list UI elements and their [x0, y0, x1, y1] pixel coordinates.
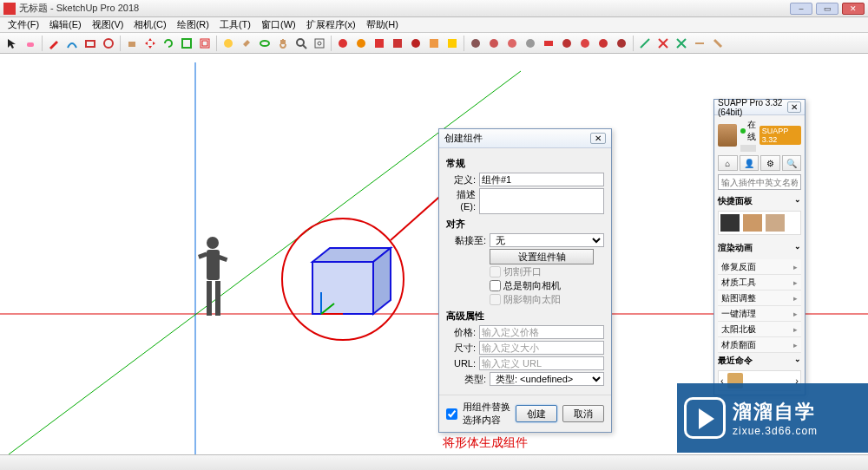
plugin-icon[interactable] [444, 35, 461, 52]
dialog-close-button[interactable]: ✕ [590, 133, 606, 144]
offset-tool-icon[interactable] [196, 35, 214, 52]
zoom-tool-icon[interactable] [293, 35, 310, 52]
pencil-tool-icon[interactable] [45, 35, 62, 52]
menu-extensions[interactable]: 扩展程序(x) [302, 18, 360, 31]
toolbar-separator [42, 36, 43, 51]
rotate-tool-icon[interactable] [160, 35, 177, 52]
plugin-icon[interactable] [334, 35, 352, 52]
chevron-icon: ▸ [793, 294, 798, 303]
suapp-search-input[interactable] [718, 174, 801, 190]
arc-tool-icon[interactable] [63, 35, 81, 52]
tab-gear-icon[interactable]: ⚙ [760, 155, 780, 171]
plugin-icon[interactable] [673, 35, 690, 52]
move-tool-icon[interactable] [141, 35, 159, 52]
zoom-extents-icon[interactable] [311, 35, 328, 52]
minimize-button[interactable]: – [790, 3, 812, 15]
recent-section-header[interactable]: 最近命令⌄ [718, 353, 801, 369]
plugin-icon[interactable] [709, 35, 727, 52]
plugin-icon[interactable] [485, 35, 503, 52]
plugin-icon[interactable] [503, 35, 521, 52]
plugin-icon[interactable] [613, 35, 630, 52]
plugin-icon[interactable] [407, 35, 424, 52]
plugin-icon[interactable] [425, 35, 443, 52]
svg-rect-15 [375, 39, 384, 48]
create-button[interactable]: 创建 [516, 405, 557, 422]
plugin-icon[interactable] [576, 35, 594, 52]
menu-view[interactable]: 视图(V) [88, 18, 128, 31]
list-item[interactable]: 太阳北极▸ [718, 322, 801, 337]
menu-window[interactable]: 窗口(W) [257, 18, 300, 31]
plugin-icon[interactable] [636, 35, 654, 52]
plugin-icon[interactable] [522, 35, 539, 52]
suapp-panel: SUAPP Pro 3.32 (64bit) ✕ 在线 SUAPP 3.32 ⌂… [713, 99, 806, 395]
menu-file[interactable]: 文件(F) [3, 18, 43, 31]
type-select[interactable]: 类型: <undefined> [490, 372, 604, 386]
eraser-tool-icon[interactable] [22, 35, 39, 52]
face-camera-checkbox[interactable] [490, 280, 501, 291]
cut-opening-label: 切割开口 [503, 265, 542, 278]
thumb-icon[interactable] [743, 214, 762, 232]
size-label: 尺寸: [446, 342, 476, 355]
dialog-title-text: 创建组件 [444, 132, 483, 145]
svg-rect-4 [182, 39, 191, 48]
plugin-icon[interactable] [352, 35, 370, 52]
plugin-icon[interactable] [540, 35, 557, 52]
chevron-icon: ▸ [793, 310, 798, 318]
main-toolbar [0, 33, 868, 54]
paint-tool-icon[interactable] [238, 35, 255, 52]
plugin-icon[interactable] [371, 35, 388, 52]
maximize-button[interactable]: ▭ [816, 3, 838, 15]
menu-camera[interactable]: 相机(C) [129, 18, 170, 31]
toolbar-separator [120, 36, 121, 51]
thumb-icon[interactable] [720, 214, 740, 232]
plugin-icon[interactable] [467, 35, 484, 52]
thumb-icon[interactable] [766, 214, 785, 232]
list-item[interactable]: 材质翻面▸ [718, 337, 801, 353]
cut-opening-checkbox [490, 266, 501, 277]
list-item[interactable]: 一键清理▸ [718, 306, 801, 322]
circle-tool-icon[interactable] [100, 35, 117, 52]
tab-user-icon[interactable]: 👤 [740, 155, 760, 171]
plugin-icon[interactable] [691, 35, 708, 52]
glue-select[interactable]: 无 [490, 233, 604, 247]
list-item[interactable]: 贴图调整▸ [718, 290, 801, 306]
menu-draw[interactable]: 绘图(R) [173, 18, 214, 31]
cancel-button[interactable]: 取消 [562, 405, 604, 422]
url-input[interactable] [479, 356, 604, 370]
tape-tool-icon[interactable] [220, 35, 237, 52]
render-section-header[interactable]: 渲染动画⌄ [718, 240, 801, 256]
list-item[interactable]: 材质工具▸ [718, 275, 801, 290]
plugin-icon[interactable] [389, 35, 406, 52]
tab-search-icon[interactable]: 🔍 [782, 155, 802, 171]
select-tool-icon[interactable] [3, 35, 21, 52]
replace-selection-checkbox[interactable] [446, 408, 457, 420]
set-axis-button[interactable]: 设置组件轴 [490, 249, 594, 264]
suapp-close-button[interactable]: ✕ [787, 101, 801, 113]
pushpull-tool-icon[interactable] [123, 35, 141, 52]
quick-panel-header[interactable]: 快捷面板⌄ [718, 193, 801, 209]
scale-tool-icon[interactable] [178, 35, 195, 52]
orbit-tool-icon[interactable] [256, 35, 273, 52]
plugin-icon[interactable] [595, 35, 612, 52]
chevron-icon: ⌄ [794, 242, 801, 254]
svg-point-41 [207, 237, 219, 249]
list-item[interactable]: 修复反面▸ [718, 259, 801, 275]
svg-point-28 [617, 39, 626, 48]
avatar[interactable] [718, 124, 737, 147]
close-button[interactable]: ✕ [842, 3, 865, 15]
suapp-titlebar[interactable]: SUAPP Pro 3.32 (64bit) ✕ [714, 100, 805, 115]
description-input[interactable] [479, 188, 604, 214]
plugin-icon[interactable] [654, 35, 672, 52]
rectangle-tool-icon[interactable] [82, 35, 99, 52]
menu-edit[interactable]: 编辑(E) [45, 18, 86, 31]
size-input[interactable] [479, 341, 604, 355]
svg-point-20 [471, 39, 480, 48]
menu-help[interactable]: 帮助(H) [362, 18, 403, 31]
pan-tool-icon[interactable] [274, 35, 292, 52]
plugin-icon[interactable] [558, 35, 575, 52]
price-input[interactable] [479, 325, 604, 339]
dialog-titlebar[interactable]: 创建组件 ✕ [439, 129, 611, 148]
tab-home-icon[interactable]: ⌂ [718, 155, 738, 171]
definition-input[interactable] [479, 173, 604, 186]
menu-tools[interactable]: 工具(T) [215, 18, 255, 31]
